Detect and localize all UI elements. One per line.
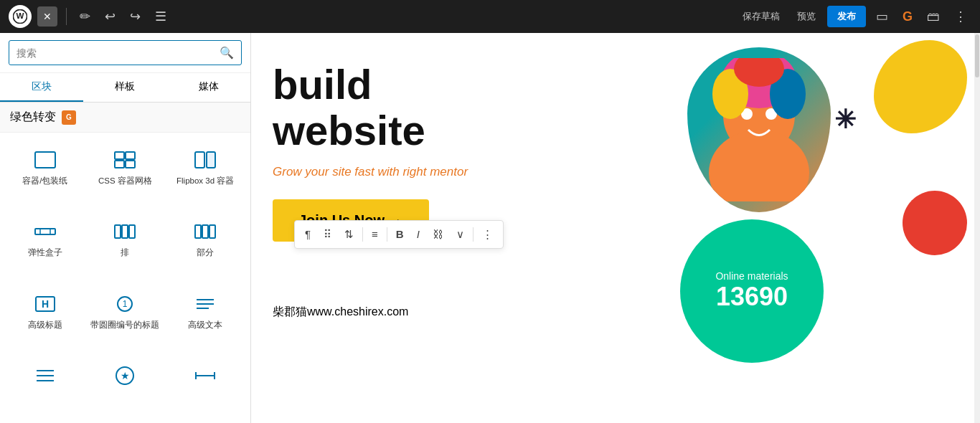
toolbar-sep-2	[387, 227, 387, 242]
search-input[interactable]	[9, 42, 212, 64]
svg-rect-15	[195, 225, 201, 238]
svg-text:★: ★	[121, 370, 130, 381]
block-width[interactable]	[166, 356, 245, 416]
preview-button[interactable]: 预览	[791, 7, 821, 26]
scrollbar-thumb[interactable]	[975, 34, 979, 77]
svg-rect-8	[207, 152, 215, 168]
save-draft-button[interactable]: 保存草稿	[737, 7, 786, 26]
sidebar: 🔍 区块 样板 媒体 绿色转变 G 容器/包装纸	[0, 33, 251, 423]
drag-handle-btn[interactable]: ⠿	[318, 224, 337, 245]
paragraph-btn[interactable]: ¶	[299, 224, 316, 244]
block-container[interactable]: 容器/包装纸	[6, 140, 85, 210]
grammarly-topbar-icon[interactable]: G	[898, 6, 917, 27]
css-grid-icon	[114, 148, 136, 171]
green-transform-section: 绿色转变 G	[0, 103, 250, 133]
numbered-heading-icon: 1	[114, 293, 136, 315]
svg-rect-17	[209, 225, 215, 238]
canvas: buildwebsite Grow your site fast with ri…	[251, 33, 974, 423]
flexbox-icon	[34, 220, 56, 243]
hero-subtitle: Grow your site fast with right mentor	[273, 165, 931, 179]
more-btn[interactable]: ⋮	[476, 224, 499, 245]
redo-button[interactable]: ↪	[126, 6, 145, 27]
list-icon	[34, 364, 56, 387]
svg-rect-6	[126, 161, 135, 168]
tab-patterns[interactable]: 样板	[83, 73, 166, 102]
css-grid-label: CSS 容器网格	[98, 176, 152, 186]
block-row[interactable]: 排	[86, 212, 165, 282]
toolbar-sep-3	[473, 227, 473, 242]
svg-rect-7	[195, 152, 204, 168]
svg-rect-14	[129, 225, 135, 238]
block-section[interactable]: 部分	[166, 212, 245, 282]
hero-title[interactable]: buildwebsite	[273, 62, 931, 153]
svg-rect-13	[122, 225, 128, 238]
undo-button[interactable]: ↩	[100, 6, 120, 27]
layout-icon[interactable]: ▭	[872, 6, 892, 27]
tab-blocks[interactable]: 区块	[0, 73, 83, 102]
align-btn[interactable]: ≡	[366, 224, 384, 244]
online-materials-bubble: Online materials 13690	[680, 219, 824, 363]
floating-toolbar: ¶ ⠿ ⇅ ≡ B I ⛓ ∨ ⋮	[294, 220, 504, 249]
numbered-heading-label: 带圆圈编号的标题	[90, 320, 159, 331]
section-label: 部分	[197, 247, 214, 258]
advanced-heading-label: 高级标题	[28, 320, 62, 331]
right-scrollbar[interactable]	[974, 33, 980, 423]
publish-button[interactable]: 发布	[827, 6, 866, 27]
search-submit-button[interactable]: 🔍	[212, 41, 241, 65]
svg-text:1: 1	[123, 299, 128, 309]
separator	[66, 8, 67, 25]
online-materials-label: Online materials	[715, 270, 788, 282]
search-box: 🔍	[9, 40, 242, 65]
dropdown-btn[interactable]: ∨	[451, 224, 470, 245]
footer-text: 柴郡猫www.cheshirex.com	[273, 305, 931, 320]
row-label: 排	[121, 247, 129, 258]
red-circle	[903, 191, 967, 255]
svg-rect-2	[35, 152, 55, 168]
italic-btn[interactable]: I	[411, 224, 425, 244]
starred-icon: ★	[114, 364, 136, 387]
move-btn[interactable]: ⇅	[339, 224, 359, 245]
link-btn[interactable]: ⛓	[427, 224, 449, 244]
bold-btn[interactable]: B	[390, 224, 410, 244]
sidebar-search: 🔍	[0, 33, 250, 73]
wp-logo: W	[9, 5, 32, 28]
row-icon	[114, 220, 136, 243]
section-icon	[194, 220, 216, 243]
svg-rect-5	[115, 161, 124, 168]
tab-media[interactable]: 媒体	[167, 73, 250, 102]
block-list[interactable]	[6, 356, 85, 416]
list-view-button[interactable]: ☰	[151, 6, 171, 27]
flipbox-label: Flipbox 3d 容器	[176, 176, 234, 186]
svg-rect-12	[115, 225, 121, 238]
green-transform-label: 绿色转变	[10, 110, 56, 125]
container-label: 容器/包装纸	[22, 176, 67, 186]
toolbar-sep-1	[362, 227, 363, 242]
main-layout: 🔍 区块 样板 媒体 绿色转变 G 容器/包装纸	[0, 33, 980, 423]
block-advanced-heading[interactable]: H 高级标题	[6, 284, 85, 354]
width-icon	[194, 364, 216, 387]
block-css-grid[interactable]: CSS 容器网格	[86, 140, 165, 210]
canvas-inner: buildwebsite Grow your site fast with ri…	[251, 33, 974, 423]
block-flexbox[interactable]: 弹性盒子	[6, 212, 85, 282]
flipbox-icon	[194, 148, 216, 171]
close-button[interactable]: ✕	[37, 6, 57, 27]
blocks-grid: 容器/包装纸 CSS 容器网格 Flipbox 3d 容器 弹性盒子	[0, 133, 250, 423]
block-starred[interactable]: ★	[86, 356, 165, 416]
more-options-button[interactable]: ⋮	[950, 6, 971, 27]
advanced-heading-icon: H	[34, 293, 56, 315]
block-flipbox[interactable]: Flipbox 3d 容器	[166, 140, 245, 210]
flexbox-label: 弹性盒子	[28, 247, 62, 258]
top-bar: W ✕ ✏ ↩ ↪ ☰ 保存草稿 预览 发布 ▭ G 🗃 ⋮	[0, 0, 980, 33]
svg-text:W: W	[17, 11, 24, 20]
svg-rect-4	[126, 152, 135, 159]
edit-icon[interactable]: ✏	[75, 6, 95, 27]
advanced-text-label: 高级文本	[188, 320, 222, 331]
sidebar-tabs: 区块 样板 媒体	[0, 73, 250, 103]
db-icon[interactable]: 🗃	[923, 6, 944, 27]
svg-rect-16	[202, 225, 208, 238]
svg-text:H: H	[42, 298, 49, 310]
block-numbered-heading[interactable]: 1 带圆圈编号的标题	[86, 284, 165, 354]
advanced-text-icon	[194, 293, 216, 315]
svg-rect-3	[115, 152, 124, 159]
block-advanced-text[interactable]: 高级文本	[166, 284, 245, 354]
